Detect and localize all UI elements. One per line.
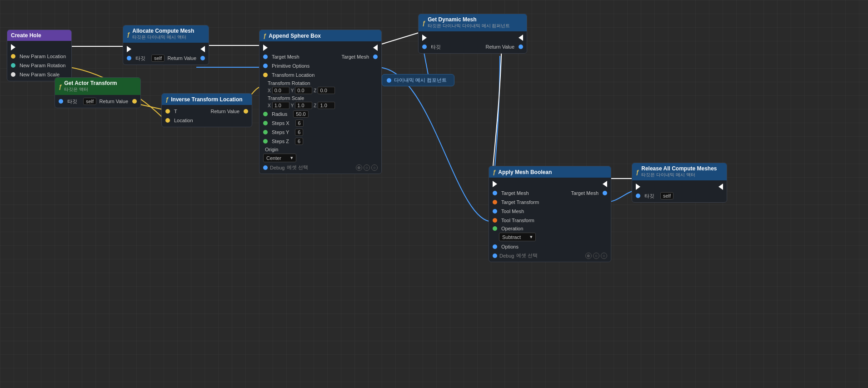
node-create-hole: Create Hole New Param Location New Param… <box>7 30 72 81</box>
target-mesh-out-pin <box>603 191 607 195</box>
return-value-label: Return Value <box>486 44 514 50</box>
return-value-pin <box>132 99 137 104</box>
return-value-pin <box>244 109 248 114</box>
origin-label: Origin <box>265 147 278 152</box>
debug-pin <box>493 254 497 258</box>
exec-in-pin <box>11 44 15 50</box>
get-actor-subtitle: 타깃은 액터 <box>64 86 117 93</box>
target-value: self <box>151 55 165 62</box>
target-mesh-in-pin <box>493 191 497 195</box>
target-mesh-in-label: Target Mesh <box>272 54 299 60</box>
location-label: Location <box>174 118 193 123</box>
target-pin <box>636 194 640 198</box>
scale-x: 1.0 <box>272 102 289 109</box>
transform-location-pin <box>263 73 268 77</box>
release-title: Release All Compute Meshes <box>641 165 717 172</box>
tool-transform-label: Tool Transform <box>501 218 534 223</box>
node-apply-mesh-boolean: ƒ Apply Mesh Boolean Target Mesh Target … <box>489 166 611 262</box>
radius-label: Radius <box>272 111 287 117</box>
new-param-location-pin <box>11 54 15 59</box>
location-pin <box>165 118 170 123</box>
scale-y: 1.0 <box>295 102 312 109</box>
get-dynamic-subtitle: 타깃은 다이나믹 다이내믹 메시 컴퍼넌트 <box>428 23 510 29</box>
steps-z-pin <box>263 139 268 144</box>
debug-icon-3[interactable]: ○ <box>371 164 378 171</box>
node-dynamic-mesh-component: 다이내믹 메시 컴포넌트 <box>382 74 454 86</box>
exec-in-pin <box>127 46 131 52</box>
target-label: 타깃 <box>644 193 654 199</box>
target-value: self <box>660 192 673 199</box>
target-mesh-in-pin <box>263 55 268 59</box>
node-get-dynamic-mesh: ƒ Get Dynamic Mesh 타깃은 다이나믹 다이내믹 메시 컴퍼넌트… <box>418 14 527 54</box>
exec-in-pin <box>636 184 640 190</box>
target-mesh-out-label: Target Mesh <box>341 54 369 60</box>
operation-label: Operation <box>501 226 523 231</box>
release-subtitle: 타깃은 다이내믹 메시 액터 <box>641 172 717 178</box>
target-label: 타깃 <box>67 98 77 105</box>
exec-out-pin <box>373 45 378 51</box>
steps-x-value: 6 <box>295 119 304 127</box>
node-header-apply: ƒ Apply Mesh Boolean <box>489 166 611 178</box>
origin-dropdown[interactable]: Center ▾ <box>263 154 296 162</box>
debug-icon-1[interactable]: ⊕ <box>585 253 592 259</box>
node-header-allocate: ƒ Allocate Compute Mesh 타깃은 다이내믹 메시 액터 <box>123 25 209 43</box>
rot-y: 0.0 <box>295 87 312 94</box>
steps-z-label: Steps Z <box>272 139 289 144</box>
target-mesh-out-label: Target Mesh <box>571 190 599 196</box>
append-title: Append Sphere Box <box>269 33 321 39</box>
debug-value: 에셋 선택 <box>516 252 538 259</box>
node-header-get-dynamic: ƒ Get Dynamic Mesh 타깃은 다이나믹 다이내믹 메시 컴퍼넌트 <box>419 14 527 31</box>
debug-icon-1[interactable]: ⊕ <box>356 164 362 171</box>
steps-y-value: 6 <box>295 129 303 136</box>
exec-in-pin <box>263 45 268 51</box>
rot-z: 0.0 <box>318 87 335 94</box>
primitive-options-pin <box>263 64 268 68</box>
return-value-label: Return Value <box>100 99 128 104</box>
new-param-rotation-pin <box>11 63 15 68</box>
exec-out-pin <box>200 46 205 52</box>
exec-out-pin <box>718 184 723 190</box>
steps-x-pin <box>263 121 268 125</box>
operation-pin <box>493 226 497 231</box>
debug-icon-3[interactable]: ○ <box>601 253 607 259</box>
steps-z-value: 6 <box>295 138 303 145</box>
scale-xyz-row: X 1.0 Y 1.0 Z 1.0 <box>259 101 381 109</box>
debug-row: Debug 에셋 선택 ⊕ ○ ○ <box>489 251 611 260</box>
debug-icon-2[interactable]: ○ <box>364 164 370 171</box>
radius-pin <box>263 112 268 116</box>
debug-pin <box>263 165 268 170</box>
debug-label: Debug <box>499 253 514 259</box>
return-value-label: Return Value <box>211 109 239 114</box>
create-hole-title: Create Hole <box>11 32 41 39</box>
exec-out-pin <box>519 35 523 41</box>
new-param-rotation-label: New Param Rotation <box>20 63 66 68</box>
node-header-create-hole: Create Hole <box>7 30 71 41</box>
node-header-release: ƒ Release All Compute Meshes 타깃은 다이내믹 메시… <box>632 163 727 180</box>
target-transform-pin <box>493 200 497 204</box>
return-value-label: Return Value <box>168 55 196 61</box>
node-get-actor-transform: ƒ Get Actor Transform 타깃은 액터 타깃 self Ret… <box>55 77 141 108</box>
operation-value: Subtract <box>502 234 521 240</box>
exec-in-pin <box>422 35 427 41</box>
primitive-options-label: Primitive Options <box>272 63 309 69</box>
node-inverse-transform-location: ƒ Inverse Transform Location T Return Va… <box>161 93 252 127</box>
options-label: Options <box>501 244 519 249</box>
node-header-get-actor: ƒ Get Actor Transform 타깃은 액터 <box>55 78 140 95</box>
operation-dropdown[interactable]: Subtract ▾ <box>499 233 536 241</box>
rot-x: 0.0 <box>272 87 289 94</box>
node-append-sphere-box: ƒ Append Sphere Box Target Mesh Target M… <box>259 30 382 174</box>
new-param-scale-label: New Param Scale <box>20 72 60 77</box>
node-header-append: ƒ Append Sphere Box <box>259 30 381 41</box>
exec-out-pin <box>603 181 607 187</box>
t-pin <box>165 109 170 114</box>
return-value-pin <box>200 56 205 60</box>
target-pin <box>59 99 63 104</box>
options-pin <box>493 244 497 249</box>
debug-icon-2[interactable]: ○ <box>593 253 599 259</box>
debug-value: 에셋 선택 <box>287 164 308 171</box>
steps-x-label: Steps X <box>272 120 289 126</box>
transform-scale-label: Transform Scale <box>259 95 381 101</box>
node-header-inverse: ƒ Inverse Transform Location <box>162 94 252 105</box>
target-label: 타깃 <box>431 44 441 50</box>
scale-z: 1.0 <box>318 102 335 109</box>
